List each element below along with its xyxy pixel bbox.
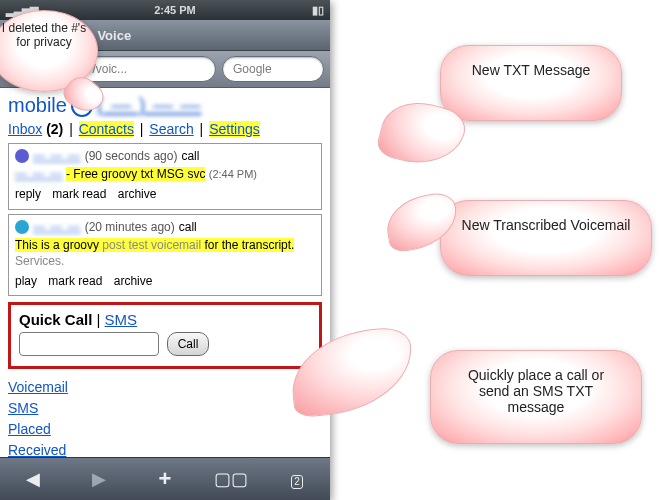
vm-body-faint2: Services. — [15, 254, 64, 268]
nav-settings[interactable]: Settings — [209, 121, 260, 137]
action-archive[interactable]: archive — [114, 274, 153, 288]
nav-line: Inbox (2) | Contacts | Search | Settings — [8, 121, 322, 137]
toolbar-back-icon[interactable]: ◀ — [13, 468, 53, 490]
callout-txt: New TXT Message — [440, 45, 622, 121]
nav-contacts[interactable]: Contacts — [79, 121, 134, 137]
callout-quickcall: Quickly place a call or send an SMS TXT … — [430, 350, 642, 444]
vm-body-faint: post test voicemail — [99, 238, 204, 252]
toolbar-pages-icon[interactable]: 2 — [277, 469, 317, 490]
toolbar-bookmarks-icon[interactable]: ▢▢ — [211, 468, 251, 490]
footer-links: Voicemail SMS Placed Received — [8, 377, 322, 461]
status-time: 2:45 PM — [38, 0, 312, 20]
quickcall-input[interactable] — [19, 332, 159, 356]
vm-ago: (20 minutes ago) — [85, 219, 175, 235]
quickcall-button[interactable]: Call — [167, 332, 210, 356]
msg-actions: reply mark read archive — [15, 186, 315, 202]
sms-icon — [15, 149, 29, 163]
msg-body-blur: — — — — [15, 167, 63, 181]
msg-timestamp: (2:44 PM) — [209, 168, 257, 180]
action-markread[interactable]: mark read — [52, 187, 106, 201]
callout-vm: New Transcribed Voicemail — [440, 200, 652, 276]
vm-body-hl2: for the — [204, 238, 238, 252]
mobile-word: mobile — [8, 94, 67, 117]
link-placed[interactable]: Placed — [8, 421, 51, 437]
msg-body-highlight: - Free groovy txt MSG svc — [66, 167, 205, 181]
quickcall-sms-link[interactable]: SMS — [105, 311, 138, 328]
callout-tail — [382, 190, 462, 254]
vm-body-hl3: transcript. — [238, 238, 294, 252]
inbox-count: (2) — [46, 121, 63, 137]
vm-body-hl1: This is a groovy — [15, 238, 99, 252]
vm-call-link[interactable]: call — [179, 219, 197, 235]
vm-from-blur[interactable]: — — — — [33, 219, 81, 235]
link-voicemail[interactable]: Voicemail — [8, 379, 68, 395]
nav-inbox[interactable]: Inbox — [8, 121, 42, 137]
action-markread[interactable]: mark read — [48, 274, 102, 288]
link-sms[interactable]: SMS — [8, 400, 38, 416]
action-play[interactable]: play — [15, 274, 37, 288]
quickcall-title: Quick Call — [19, 311, 92, 328]
toolbar-add-icon[interactable]: + — [145, 466, 185, 492]
quick-call-box: Quick Call | SMS Call — [8, 302, 322, 369]
msg-from-blur[interactable]: — — — — [33, 148, 81, 164]
callout-privacy: I deleted the #'s for privacy — [0, 10, 98, 92]
search-input[interactable]: Google — [222, 56, 324, 82]
msg-ago: (90 seconds ago) — [85, 148, 178, 164]
vm-actions: play mark read archive — [15, 273, 315, 289]
mobile-title-row: mobile ✆ ( — ) — — — [8, 94, 322, 117]
toolbar-forward-icon[interactable]: ▶ — [79, 468, 119, 490]
action-reply[interactable]: reply — [15, 187, 41, 201]
msg-call-link[interactable]: call — [181, 148, 199, 164]
page-content: mobile ✆ ( — ) — — Inbox (2) | Contacts … — [0, 88, 330, 467]
message-voicemail[interactable]: — — — (20 minutes ago) call This is a gr… — [8, 214, 322, 297]
callout-tail — [374, 93, 469, 174]
browser-toolbar: ◀ ▶ + ▢▢ 2 — [0, 457, 330, 500]
account-number-blurred: ( — ) — — — [97, 94, 202, 117]
voicemail-icon — [15, 220, 29, 234]
action-archive[interactable]: archive — [118, 187, 157, 201]
link-received[interactable]: Received — [8, 442, 66, 458]
battery-icon: ▮▯ — [312, 0, 324, 20]
nav-search[interactable]: Search — [149, 121, 193, 137]
message-sms[interactable]: — — — (90 seconds ago) call — — — - Free… — [8, 143, 322, 210]
